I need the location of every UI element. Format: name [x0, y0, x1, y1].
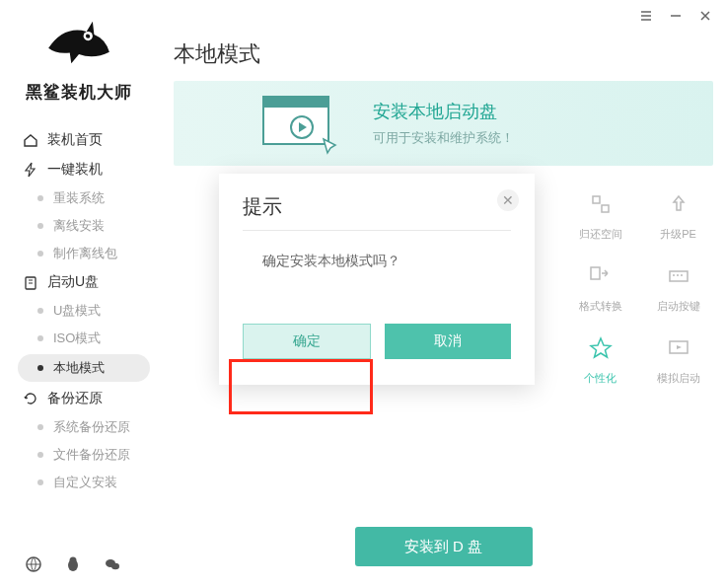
- svg-rect-11: [670, 271, 688, 281]
- nav-item-offline[interactable]: 离线安装: [0, 212, 158, 240]
- backup-icon: [22, 390, 39, 407]
- nav-item-usbmode[interactable]: U盘模式: [0, 297, 158, 325]
- dot-icon: [37, 365, 43, 371]
- shark-logo-icon: [39, 18, 118, 71]
- nav-item-label: 制作离线包: [53, 245, 117, 262]
- dot-icon: [37, 308, 43, 314]
- ie-icon[interactable]: [24, 554, 43, 574]
- menu-icon[interactable]: [638, 8, 654, 24]
- nav-item-label: 自定义安装: [53, 474, 117, 491]
- tool-label: 格式转换: [579, 299, 622, 314]
- close-icon[interactable]: [697, 8, 713, 24]
- tool-upgrade-pe[interactable]: 升级PE: [643, 187, 713, 242]
- banner-illustration: [256, 94, 345, 153]
- install-button[interactable]: 安装到 D 盘: [355, 527, 533, 566]
- monitor-play-icon: [662, 331, 695, 365]
- ok-button[interactable]: 确定: [243, 324, 371, 359]
- dot-icon: [37, 424, 43, 430]
- usb-icon: [22, 273, 39, 291]
- nav-item-label: 离线安装: [53, 217, 105, 235]
- dialog-message: 确定安装本地模式吗？: [243, 253, 511, 270]
- nav-group-label: 启动U盘: [47, 273, 99, 291]
- play-icon: [290, 115, 314, 139]
- nav-item-label: 系统备份还原: [53, 418, 130, 436]
- svg-rect-9: [602, 205, 609, 212]
- nav-item-offlinepkg[interactable]: 制作离线包: [0, 240, 158, 267]
- tool-label: 升级PE: [660, 227, 696, 242]
- star-icon: [584, 331, 617, 365]
- nav-item-filebackup[interactable]: 文件备份还原: [0, 441, 158, 469]
- minimize-icon[interactable]: [668, 8, 684, 24]
- tool-return-space[interactable]: 归还空间: [565, 187, 635, 242]
- page-title: 本地模式: [174, 39, 713, 69]
- nav-group-label: 一键装机: [47, 161, 103, 179]
- keyboard-icon: [662, 259, 695, 293]
- svg-rect-8: [593, 196, 600, 203]
- nav-group-label: 备份还原: [47, 390, 103, 407]
- home-icon: [22, 131, 39, 149]
- window-controls: [638, 8, 713, 24]
- tool-label: 模拟启动: [657, 371, 700, 386]
- convert-icon: [584, 259, 617, 293]
- tool-grid: 归还空间 升级PE 格式转换 启动按键 个性化 模拟启动: [565, 187, 713, 386]
- nav-item-label: U盘模式: [53, 302, 101, 320]
- sidebar: 黑鲨装机大师 装机首页 一键装机 重装系统 离线安装 制作离线包 启动U盘 U盘…: [0, 0, 158, 588]
- tool-simulate-boot[interactable]: 模拟启动: [643, 331, 713, 386]
- nav-item-label: 本地模式: [53, 359, 105, 377]
- banner: 安装本地启动盘 可用于安装和维护系统！: [174, 81, 713, 166]
- dialog-title: 提示: [243, 193, 511, 231]
- nav-group-backup[interactable]: 备份还原: [0, 384, 158, 413]
- nav-item-isomode[interactable]: ISO模式: [0, 325, 158, 352]
- nav-item-label: 重装系统: [53, 189, 105, 207]
- dialog-close-icon[interactable]: ✕: [497, 189, 519, 211]
- svg-point-7: [111, 563, 119, 569]
- nav-group-home[interactable]: 装机首页: [0, 125, 158, 155]
- sidebar-footer: [24, 554, 122, 574]
- tool-label: 启动按键: [657, 299, 700, 314]
- cancel-button[interactable]: 取消: [385, 324, 511, 359]
- dot-icon: [37, 223, 43, 229]
- svg-point-5: [70, 557, 77, 564]
- nav-item-sysbackup[interactable]: 系统备份还原: [0, 413, 158, 441]
- nav-item-localmode[interactable]: 本地模式: [18, 354, 150, 382]
- nav-group-label: 装机首页: [47, 131, 103, 149]
- dialog-buttons: 确定 取消: [243, 324, 511, 359]
- confirm-dialog: ✕ 提示 确定安装本地模式吗？ 确定 取消: [219, 174, 535, 385]
- tool-format-convert[interactable]: 格式转换: [565, 259, 635, 314]
- nav-item-custom[interactable]: 自定义安装: [0, 469, 158, 496]
- nav-group-usb[interactable]: 启动U盘: [0, 267, 158, 297]
- upgrade-icon: [662, 187, 695, 221]
- banner-subtitle: 可用于安装和维护系统！: [373, 129, 514, 147]
- tool-label: 归还空间: [579, 227, 622, 242]
- tool-label: 个性化: [584, 371, 616, 386]
- nav-item-label: 文件备份还原: [53, 446, 130, 464]
- dot-icon: [37, 195, 43, 201]
- svg-rect-10: [591, 267, 600, 279]
- banner-title: 安装本地启动盘: [373, 100, 514, 123]
- tool-personalize[interactable]: 个性化: [565, 331, 635, 386]
- cursor-icon: [322, 137, 341, 159]
- nav: 装机首页 一键装机 重装系统 离线安装 制作离线包 启动U盘 U盘模式 ISO模…: [0, 125, 158, 496]
- qq-icon[interactable]: [63, 554, 83, 574]
- wechat-icon[interactable]: [103, 554, 122, 574]
- nav-item-reinstall[interactable]: 重装系统: [0, 184, 158, 212]
- lightning-icon: [22, 161, 39, 179]
- nav-item-label: ISO模式: [53, 330, 101, 347]
- tool-boot-key[interactable]: 启动按键: [643, 259, 713, 314]
- dot-icon: [37, 452, 43, 458]
- logo-area: 黑鲨装机大师: [0, 18, 158, 104]
- dot-icon: [37, 479, 43, 485]
- return-space-icon: [584, 187, 617, 221]
- nav-group-onekey[interactable]: 一键装机: [0, 155, 158, 184]
- dot-icon: [37, 335, 43, 341]
- app-title: 黑鲨装机大师: [0, 81, 158, 104]
- dot-icon: [37, 251, 43, 257]
